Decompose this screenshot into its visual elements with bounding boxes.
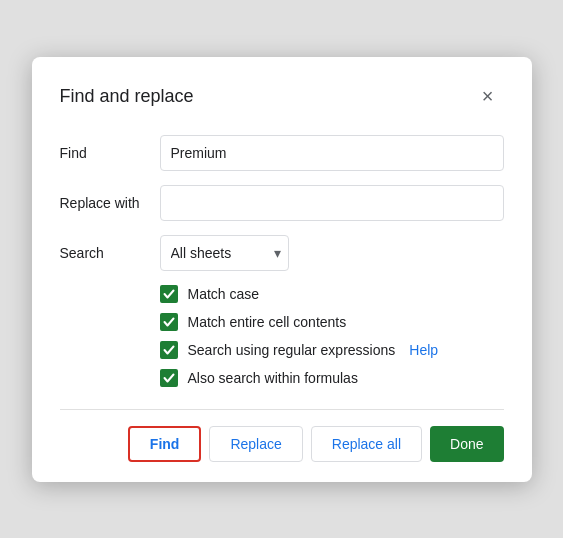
regex-help-link[interactable]: Help [409, 342, 438, 358]
find-button[interactable]: Find [128, 426, 202, 462]
regex-checkbox[interactable] [160, 341, 178, 359]
formulas-checkbox[interactable] [160, 369, 178, 387]
formulas-label: Also search within formulas [188, 370, 358, 386]
replace-with-row: Replace with [60, 185, 504, 221]
footer-buttons: Find Replace Replace all Done [60, 426, 504, 462]
footer-divider [60, 409, 504, 410]
find-row: Find [60, 135, 504, 171]
formulas-row[interactable]: Also search within formulas [160, 369, 504, 387]
replace-with-input[interactable] [160, 185, 504, 221]
find-input[interactable] [160, 135, 504, 171]
dialog-header: Find and replace × [60, 81, 504, 113]
match-entire-label: Match entire cell contents [188, 314, 347, 330]
replace-button[interactable]: Replace [209, 426, 302, 462]
match-entire-checkbox[interactable] [160, 313, 178, 331]
regex-label: Search using regular expressions [188, 342, 396, 358]
checkboxes-section: Match case Match entire cell contents Se… [160, 285, 504, 387]
regex-row[interactable]: Search using regular expressions Help [160, 341, 504, 359]
match-entire-row[interactable]: Match entire cell contents [160, 313, 504, 331]
search-row: Search All sheets This sheet Specific ra… [60, 235, 504, 271]
search-label: Search [60, 245, 160, 261]
dialog-title: Find and replace [60, 86, 194, 107]
match-case-label: Match case [188, 286, 260, 302]
match-case-row[interactable]: Match case [160, 285, 504, 303]
close-button[interactable]: × [472, 81, 504, 113]
search-select[interactable]: All sheets This sheet Specific range [160, 235, 289, 271]
match-case-checkbox[interactable] [160, 285, 178, 303]
replace-with-label: Replace with [60, 195, 160, 211]
find-label: Find [60, 145, 160, 161]
search-select-wrapper: All sheets This sheet Specific range ▾ [160, 235, 289, 271]
done-button[interactable]: Done [430, 426, 503, 462]
find-replace-dialog: Find and replace × Find Replace with Sea… [32, 57, 532, 482]
replace-all-button[interactable]: Replace all [311, 426, 422, 462]
